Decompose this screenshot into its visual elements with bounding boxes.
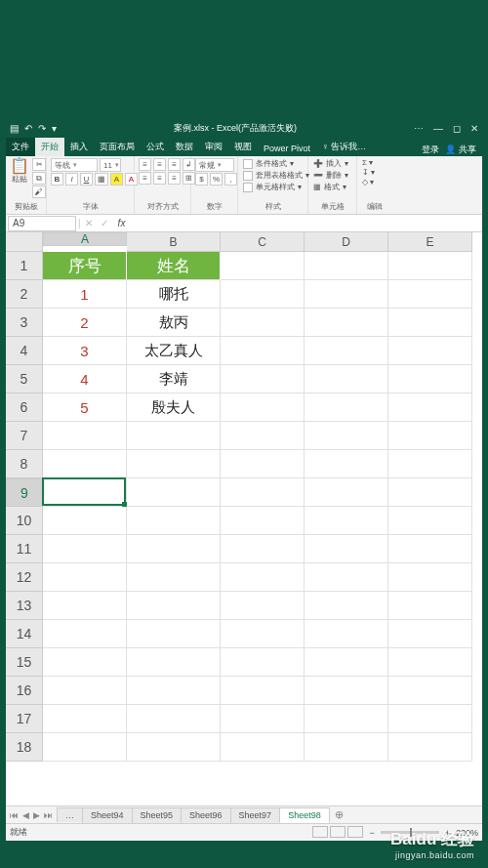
cell[interactable] xyxy=(221,507,305,535)
row-header[interactable]: 2 xyxy=(6,280,43,309)
align-top-icon[interactable]: ≡ xyxy=(139,158,151,171)
cancel-icon[interactable]: ✕ xyxy=(81,218,97,228)
sheet-tab[interactable]: Sheet98 xyxy=(279,807,330,823)
clear-button[interactable]: ◇ ▾ xyxy=(361,178,375,186)
cell[interactable] xyxy=(43,733,127,762)
cell[interactable] xyxy=(305,592,388,620)
cell[interactable] xyxy=(305,450,388,478)
tab-home[interactable]: 开始 xyxy=(35,138,64,156)
row-header[interactable]: 17 xyxy=(6,705,43,733)
currency-icon[interactable]: $ xyxy=(195,173,208,186)
close-icon[interactable]: ✕ xyxy=(470,123,478,134)
row-header[interactable]: 16 xyxy=(6,677,43,705)
ribbon-options-icon[interactable]: ⋯ xyxy=(414,123,424,134)
minimize-icon[interactable]: — xyxy=(433,123,443,134)
share-button[interactable]: 👤 共享 xyxy=(445,144,476,156)
cell[interactable] xyxy=(305,535,388,563)
tab-file[interactable]: 文件 xyxy=(6,138,35,156)
add-sheet-button[interactable]: ⊕ xyxy=(329,808,349,821)
cell[interactable] xyxy=(127,507,221,535)
cell[interactable] xyxy=(305,309,388,337)
cell[interactable]: 序号 xyxy=(43,252,127,280)
fx-icon[interactable]: fx xyxy=(112,218,132,228)
login-link[interactable]: 登录 xyxy=(422,144,439,156)
row-header[interactable]: 15 xyxy=(6,648,43,677)
row-header[interactable]: 11 xyxy=(6,535,43,563)
cell[interactable] xyxy=(43,592,127,620)
cell[interactable] xyxy=(127,422,221,450)
row-header[interactable]: 7 xyxy=(6,422,43,450)
sheet-nav-last-icon[interactable]: ⏭ xyxy=(44,810,53,820)
bold-button[interactable]: B xyxy=(51,173,63,186)
autosum-button[interactable]: Σ ▾ xyxy=(361,158,374,167)
grid[interactable]: ABCDE 123456789101112131415161718 序号姓名1哪… xyxy=(6,232,482,806)
cell[interactable] xyxy=(127,677,221,705)
maximize-icon[interactable]: ◻ xyxy=(453,123,461,134)
column-header-C[interactable]: C xyxy=(221,232,305,252)
cell[interactable]: 敖丙 xyxy=(127,309,221,337)
cell[interactable] xyxy=(305,705,388,733)
cell[interactable] xyxy=(43,563,127,592)
tab-layout[interactable]: 页面布局 xyxy=(94,138,141,156)
row-header[interactable]: 10 xyxy=(6,507,43,535)
view-buttons[interactable] xyxy=(310,826,363,840)
copy-icon[interactable]: ⧉ xyxy=(32,172,46,185)
cell[interactable] xyxy=(305,280,388,309)
cell[interactable] xyxy=(127,705,221,733)
sheet-tab[interactable]: Sheet96 xyxy=(181,807,231,823)
row-header[interactable]: 8 xyxy=(6,450,43,478)
cell[interactable] xyxy=(388,478,472,507)
cell[interactable] xyxy=(305,733,388,762)
cell[interactable] xyxy=(388,365,472,393)
row-header[interactable]: 14 xyxy=(6,620,43,648)
cell[interactable] xyxy=(221,535,305,563)
font-size-select[interactable]: 11 xyxy=(100,158,121,172)
align-right-icon[interactable]: ≡ xyxy=(168,172,181,185)
cell[interactable] xyxy=(388,648,472,677)
cell[interactable] xyxy=(388,450,472,478)
align-center-icon[interactable]: ≡ xyxy=(153,172,166,185)
cell[interactable] xyxy=(305,422,388,450)
cell[interactable] xyxy=(221,252,305,280)
cell[interactable]: 李靖 xyxy=(127,365,221,393)
tab-formulas[interactable]: 公式 xyxy=(141,138,170,156)
zoom-out-button[interactable]: − xyxy=(369,828,374,838)
cell[interactable] xyxy=(127,450,221,478)
cell[interactable] xyxy=(127,592,221,620)
align-mid-icon[interactable]: ≡ xyxy=(153,158,166,171)
cell[interactable] xyxy=(221,365,305,393)
redo-icon[interactable]: ↷ xyxy=(38,123,46,134)
comma-icon[interactable]: , xyxy=(224,173,237,186)
row-header[interactable]: 6 xyxy=(6,393,43,422)
sheet-nav-next-icon[interactable]: ▶ xyxy=(33,810,40,820)
cell[interactable] xyxy=(221,620,305,648)
cell[interactable]: 姓名 xyxy=(127,252,221,280)
conditional-format-button[interactable]: 条件格式 ▾ xyxy=(242,158,295,169)
cell[interactable]: 殷夫人 xyxy=(127,393,221,422)
tab-data[interactable]: 数据 xyxy=(170,138,199,156)
cell[interactable] xyxy=(388,733,472,762)
cell[interactable] xyxy=(221,450,305,478)
column-header-A[interactable]: A xyxy=(43,232,127,246)
sheet-nav-prev-icon[interactable]: ◀ xyxy=(22,810,29,820)
cell[interactable] xyxy=(388,677,472,705)
cell[interactable]: 太乙真人 xyxy=(127,337,221,365)
tab-view[interactable]: 视图 xyxy=(228,138,258,156)
cell[interactable] xyxy=(127,563,221,592)
insert-cells-button[interactable]: ➕ 插入 ▾ xyxy=(312,158,349,169)
cell[interactable] xyxy=(388,563,472,592)
select-all-corner[interactable] xyxy=(6,232,43,252)
tab-insert[interactable]: 插入 xyxy=(64,138,94,156)
row-header[interactable]: 13 xyxy=(6,592,43,620)
cell[interactable]: 4 xyxy=(43,365,127,393)
cell[interactable] xyxy=(221,478,305,507)
cell[interactable] xyxy=(305,337,388,365)
row-header[interactable]: 18 xyxy=(6,733,43,762)
cell[interactable] xyxy=(43,478,127,507)
fill-button[interactable]: ↧ ▾ xyxy=(361,168,376,177)
cell[interactable] xyxy=(388,252,472,280)
cell[interactable] xyxy=(221,422,305,450)
cell-styles-button[interactable]: 单元格样式 ▾ xyxy=(242,182,303,192)
cell[interactable] xyxy=(388,507,472,535)
row-header[interactable]: 9 xyxy=(6,478,43,507)
